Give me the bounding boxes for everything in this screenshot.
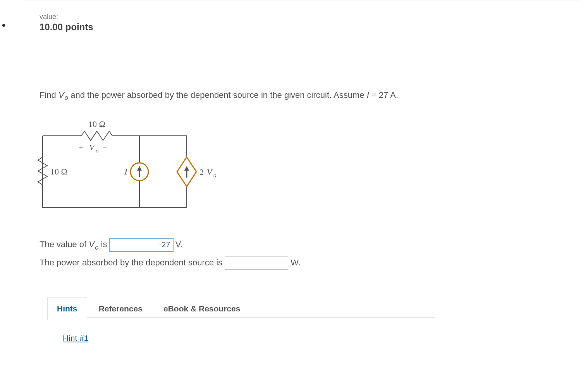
tabs-bar: Hints References eBook & Resources [47,297,435,318]
current-source-label: I [124,166,128,176]
question-text: Find [40,90,58,100]
list-bullet-icon [2,24,5,27]
vo-variable: Vo [58,90,68,100]
vo-polarity-minus: − [103,142,107,152]
vo-value-input[interactable] [110,238,173,251]
dep-source-v: V [207,167,213,177]
answer-label: is [98,239,109,249]
vo-variable: Vo [89,239,98,249]
tab-ebook-resources[interactable]: eBook & Resources [154,298,249,320]
question-text: = 27 A. [369,90,398,100]
vo-label: V [89,142,95,152]
value-label: value: [40,13,581,21]
question-content: Find Vo and the power absorbed by the de… [23,38,581,383]
vo-polarity-plus: + [79,142,83,152]
resistor-top-label: 10 Ω [88,119,105,129]
answer-row-power: The power absorbed by the dependent sour… [40,256,581,270]
power-value-input[interactable] [225,256,288,270]
tab-hints[interactable]: Hints [47,297,87,320]
question-text: and the power absorbed by the dependent … [68,90,366,100]
resistor-left-label: 10 Ω [50,167,67,176]
answer-row-vo: The value of Vo is V. [40,238,581,252]
dep-source-coeff: 2 [199,167,204,177]
hint-1-link[interactable]: Hint #1 [63,333,89,342]
hints-panel: Hint #1 [47,318,581,368]
answer-label: The value of [40,239,89,249]
circuit-diagram: 10 Ω + V o − 10 Ω I 2 V o [35,118,581,226]
question-header: value: 10.00 points [23,0,581,38]
answer-label: The power absorbed by the dependent sour… [40,258,225,267]
dep-source-sub: o [213,172,217,178]
vo-sub: o [96,147,99,154]
points-value: 10.00 points [40,22,581,32]
question-prompt: Find Vo and the power absorbed by the de… [40,89,581,103]
question-card: value: 10.00 points Find Vo and the powe… [23,0,581,383]
tab-references[interactable]: References [89,298,152,320]
unit-label: W. [291,258,301,267]
unit-label: V. [175,239,183,249]
